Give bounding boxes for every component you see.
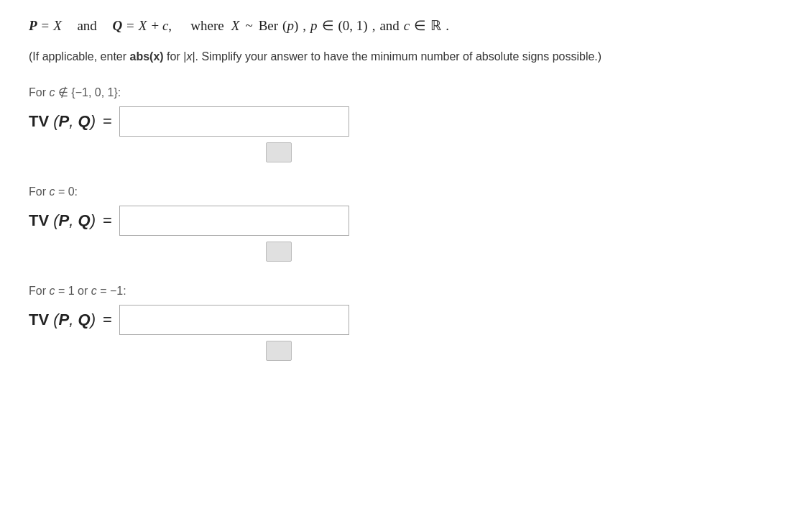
equals-2: =	[126, 18, 134, 34]
case-section-3: For c = 1 or c = −1: TV (P, Q) =	[29, 285, 783, 361]
in-sym-2: ∈	[414, 17, 426, 34]
answer-input-3[interactable]	[119, 305, 349, 335]
equals-tv-1: =	[103, 112, 112, 131]
tv-label-1: TV (P, Q)	[29, 112, 96, 131]
x3-label: X	[231, 18, 240, 34]
case-section-1: For c ∉ {−1, 0, 1}: TV (P, Q) =	[29, 86, 783, 162]
equals-tv-3: =	[103, 311, 112, 329]
x1-label: X	[53, 18, 62, 34]
p-label: P	[29, 18, 37, 34]
tv-subrow-2	[29, 242, 783, 262]
and-label: and	[77, 18, 96, 34]
tv-subrow-1	[29, 142, 783, 162]
submit-button-3[interactable]	[266, 341, 292, 361]
plus-c: + c,	[151, 18, 172, 34]
where-label: where	[190, 18, 223, 34]
header-equation: P = X and Q = X + c, where X ~ Ber (p) ,…	[29, 17, 783, 34]
submit-button-2[interactable]	[266, 242, 292, 262]
case-label-1: For c ∉ {−1, 0, 1}:	[29, 86, 783, 99]
c-var: c	[404, 18, 410, 34]
tv-label-2: TV (P, Q)	[29, 211, 96, 230]
equals-1: =	[42, 18, 50, 34]
tv-subrow-3	[29, 341, 783, 361]
reals-label: ℝ	[430, 17, 441, 34]
instruction-prefix: (If applicable, enter	[29, 50, 130, 63]
equals-tv-2: =	[103, 211, 112, 230]
ber-label: Ber	[259, 18, 278, 34]
x2-label: X	[139, 18, 147, 34]
q-label: Q	[112, 18, 122, 34]
sim-symbol: ~	[245, 18, 252, 34]
tv-row-1: TV (P, Q) =	[29, 106, 783, 137]
case-section-2: For c = 0: TV (P, Q) =	[29, 185, 783, 262]
abs-bold: abs(x)	[130, 50, 164, 63]
answer-input-2[interactable]	[119, 206, 349, 236]
answer-input-1[interactable]	[119, 106, 349, 137]
comma-2: ,	[372, 18, 376, 34]
p-arg: (p)	[282, 18, 298, 34]
p-var: p	[310, 18, 318, 34]
tv-row-3: TV (P, Q) =	[29, 305, 783, 335]
tv-label-3: TV (P, Q)	[29, 311, 96, 329]
in-sym-1: ∈	[322, 17, 334, 34]
instruction-for: for |x|. Simplify your answer to have th…	[164, 50, 601, 63]
case-label-2: For c = 0:	[29, 185, 783, 198]
case-label-3: For c = 1 or c = −1:	[29, 285, 783, 298]
comma-1: ,	[303, 18, 306, 34]
tv-row-2: TV (P, Q) =	[29, 206, 783, 236]
and2-label: and	[379, 18, 399, 34]
instruction-text: (If applicable, enter abs(x) for |x|. Si…	[29, 48, 618, 65]
submit-button-1[interactable]	[266, 142, 292, 162]
interval-label: (0, 1)	[338, 18, 368, 34]
period: .	[446, 18, 449, 34]
